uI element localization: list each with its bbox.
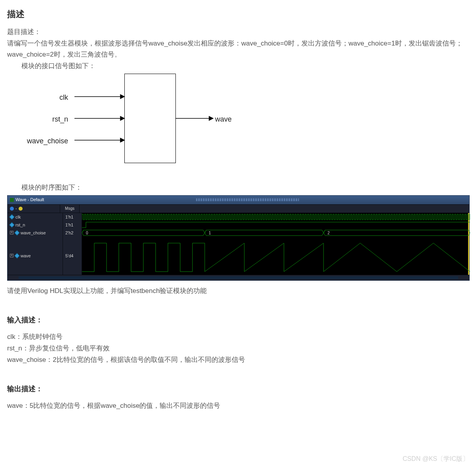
input-desc-rstn: rst_n：异步复位信号，低电平有效 — [7, 343, 469, 354]
svg-marker-5 — [120, 138, 124, 142]
problem-label: 题目描述： — [7, 27, 469, 37]
svg-marker-1 — [120, 95, 124, 99]
signal-name-panel[interactable]: clk rst_n + wave_choise + wave — [8, 213, 63, 275]
svg-text:2: 2 — [327, 231, 330, 235]
signal-icon — [9, 222, 15, 228]
input-desc-wc: wave_choise：2比特位宽的信号，根据该信号的取值不同，输出不同的波形信… — [7, 354, 469, 365]
signal-value: 5'd4 — [65, 252, 73, 260]
signal-row-wavechoise[interactable]: + wave_choise — [8, 229, 63, 237]
cursor-mark-icon[interactable] — [19, 207, 23, 211]
signal-name: rst_n — [15, 221, 25, 229]
waveform-plot[interactable]: 012 — [82, 213, 469, 275]
signal-name: wave_choise — [21, 229, 46, 237]
signal-icon — [14, 253, 20, 259]
waveform-title-text: Wave - Default — [15, 196, 44, 204]
signal-row-rstn[interactable]: rst_n — [8, 221, 63, 229]
input-clk-label: clk — [7, 92, 70, 103]
expand-icon[interactable]: + — [10, 254, 13, 257]
problem-body: 请编写一个信号发生器模块，根据波形选择信号wave_choise发出相应的波形：… — [7, 38, 469, 59]
waveform-viewer: Wave - Default - Msgs clk rst_n + wave_c… — [7, 195, 470, 281]
cursor-add-icon[interactable] — [10, 207, 14, 211]
svg-marker-7 — [209, 116, 213, 120]
output-desc-wave: wave：5比特位宽的信号，根据wave_choise的值，输出不同波形的信号 — [7, 400, 469, 411]
page-title: 描述 — [7, 7, 469, 21]
output-wave-label: wave — [215, 114, 232, 125]
signal-icon — [14, 230, 20, 236]
signal-value: 2'h2 — [65, 229, 73, 237]
waveform-scrollbar[interactable] — [8, 275, 469, 280]
signal-icon — [9, 214, 15, 220]
output-heading: 输出描述： — [7, 383, 469, 395]
signal-value: 1'h1 — [65, 221, 73, 229]
signal-row-clk[interactable]: clk — [8, 213, 63, 221]
signal-value: 1'h1 — [65, 213, 73, 221]
signal-row-wave[interactable]: + wave — [8, 242, 63, 270]
msgs-column-header: Msgs — [60, 204, 80, 213]
diagram-caption: 模块的接口信号图如下： — [7, 61, 469, 71]
svg-marker-3 — [120, 116, 124, 120]
timing-caption: 模块的时序图如下： — [7, 182, 469, 193]
app-icon — [10, 198, 14, 202]
titlebar-grip — [196, 198, 299, 201]
signal-name: wave — [21, 252, 31, 260]
input-heading: 输入描述： — [7, 314, 469, 326]
task-line: 请使用Verilog HDL实现以上功能，并编写testbench验证模块的功能 — [7, 285, 469, 296]
svg-text:0: 0 — [86, 231, 88, 235]
input-wavechoise-label: wave_choise — [7, 135, 70, 147]
signal-value-panel: 1'h1 1'h1 2'h2 5'd4 — [63, 213, 82, 275]
signal-name: clk — [15, 213, 21, 221]
module-block-diagram: clk rst_n wave_choise wave — [7, 74, 229, 165]
expand-icon[interactable]: + — [10, 231, 13, 234]
waveform-titlebar: Wave - Default — [8, 196, 469, 204]
svg-text:1: 1 — [209, 231, 211, 235]
input-rstn-label: rst_n — [7, 114, 70, 125]
input-desc-clk: clk：系统时钟信号 — [7, 331, 469, 342]
waveform-toolbar[interactable]: - Msgs — [8, 204, 469, 213]
